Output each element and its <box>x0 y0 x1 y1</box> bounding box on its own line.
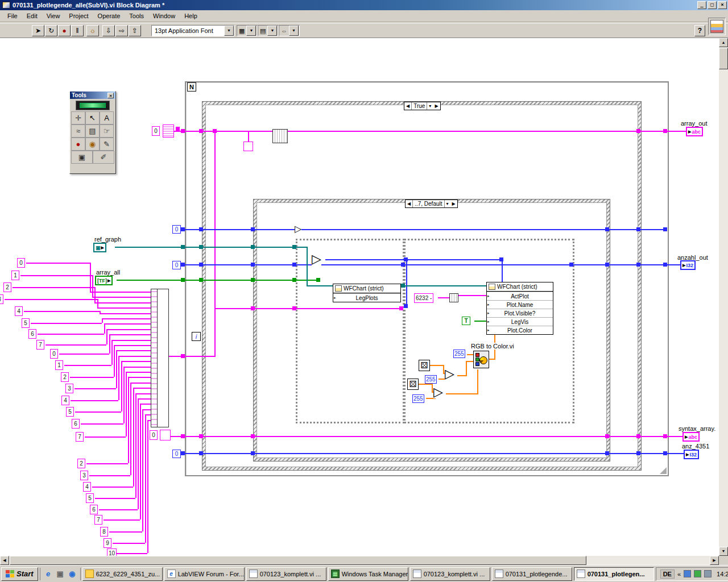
horizontal-scroll-thumb[interactable] <box>10 556 586 565</box>
menu-operate[interactable]: Operate <box>93 11 125 21</box>
string-constant[interactable]: 4 <box>83 482 91 492</box>
taskbar-button-task-manager[interactable]: ▦ Windows Task Manager <box>328 567 408 581</box>
loop-count-terminal[interactable]: N <box>187 82 196 92</box>
align-objects-dropdown[interactable]: ▦ ▼ <box>237 25 258 36</box>
tunnel[interactable] <box>181 245 185 249</box>
resize-objects-dropdown[interactable]: ⇔ ▼ <box>279 25 300 36</box>
color-tool[interactable]: ▣ <box>71 151 93 164</box>
build-array-node-icon[interactable] <box>272 129 288 143</box>
string-constant[interactable]: 4 <box>15 306 23 316</box>
tunnel[interactable] <box>181 451 185 455</box>
step-over-button[interactable]: ⇨ <box>115 25 128 36</box>
quicklaunch-internet-explorer-icon[interactable]: e <box>43 569 53 579</box>
object-menu-tool[interactable]: ▤ <box>85 124 100 138</box>
string-constant[interactable]: 6 <box>90 505 98 514</box>
string-constant[interactable]: 5 <box>66 407 74 417</box>
tunnel[interactable] <box>663 434 667 438</box>
property-node-plot[interactable]: WFChart (strict) ▸ActPlot ▸Plot.Name ▸Pl… <box>486 282 553 335</box>
string-constant[interactable]: 5 <box>86 493 94 503</box>
random-number-node[interactable]: ⚄ <box>419 360 430 371</box>
case-next-arrow-icon[interactable]: ▶ <box>433 102 440 110</box>
property-row-actplot[interactable]: ▸ActPlot <box>487 292 553 300</box>
string-constant-6232[interactable]: 6232 - <box>414 293 433 303</box>
tunnel[interactable] <box>181 278 185 282</box>
quicklaunch-show-desktop-icon[interactable]: ▣ <box>55 569 65 579</box>
string-constant[interactable]: 6 <box>72 419 80 429</box>
vertical-scrollbar[interactable]: ▲ ▼ <box>719 38 728 556</box>
tunnel[interactable] <box>605 227 609 231</box>
resize-dropdown-icon[interactable]: ▼ <box>289 26 299 36</box>
tunnel[interactable] <box>251 227 255 231</box>
run-continuous-button[interactable]: ↻ <box>45 25 57 36</box>
step-into-button[interactable]: ⇩ <box>102 25 115 36</box>
terminal-anz-4351[interactable]: ▶ I32 <box>684 450 699 459</box>
property-row-plot-visible[interactable]: ▸Plot.Visible? <box>487 309 553 317</box>
rgb-to-color-node[interactable] <box>473 351 489 368</box>
tunnel[interactable] <box>663 451 667 455</box>
terminal-syntax-array[interactable]: ▶ abc <box>682 432 700 442</box>
vi-icon[interactable] <box>708 18 726 35</box>
property-row-legplots[interactable]: ▸ LegPlots <box>333 293 400 302</box>
empty-string-constant[interactable] <box>160 430 171 440</box>
tray-volume-icon[interactable] <box>704 570 712 577</box>
align-dropdown-icon[interactable]: ▼ <box>246 26 256 36</box>
taskbar-button-folder[interactable]: 6232_6229_4351_zu... <box>82 567 163 581</box>
menu-view[interactable]: View <box>42 11 65 21</box>
tunnel[interactable] <box>399 306 403 310</box>
tunnel[interactable] <box>181 129 185 133</box>
tunnel[interactable] <box>199 245 203 249</box>
horizontal-scrollbar[interactable]: ◀ ▶ <box>0 556 719 565</box>
string-constant[interactable]: 7 <box>94 515 102 525</box>
tunnel[interactable] <box>251 245 255 249</box>
tunnel[interactable] <box>292 306 296 310</box>
font-selector-dropdown-icon[interactable]: ▼ <box>224 26 234 36</box>
tunnel[interactable] <box>499 257 503 261</box>
distribute-objects-dropdown[interactable]: ▤ ▼ <box>258 25 279 36</box>
tunnel[interactable] <box>663 227 667 231</box>
case-prev-arrow-icon[interactable]: ◀ <box>406 200 413 207</box>
edit-text-tool[interactable]: A <box>100 111 114 124</box>
numeric-constant-0[interactable]: 0 <box>172 261 181 269</box>
tunnel[interactable] <box>251 263 255 267</box>
taskbar-button-vi-active[interactable]: 070131_plotlegen... <box>574 567 654 581</box>
tunnel[interactable] <box>181 354 185 358</box>
tunnel[interactable] <box>251 434 255 438</box>
tunnel[interactable] <box>404 304 408 308</box>
tunnel[interactable] <box>401 263 405 267</box>
scroll-left-icon[interactable]: ◀ <box>0 556 9 565</box>
random-number-node[interactable]: ⚄ <box>407 379 419 390</box>
pause-button[interactable]: ‖ <box>71 25 84 36</box>
string-constant[interactable]: 8 <box>100 527 108 537</box>
terminal-anzahl-out[interactable]: ▶ I32 <box>680 260 696 270</box>
increment-node[interactable]: ▷ <box>312 253 321 265</box>
string-constant[interactable]: 3 <box>0 294 3 304</box>
tunnel[interactable] <box>292 263 296 267</box>
tools-palette-titlebar[interactable]: Tools × <box>70 92 115 99</box>
string-constant[interactable]: 2 <box>3 282 11 292</box>
boolean-true-constant[interactable]: T <box>462 317 470 325</box>
block-diagram-canvas[interactable]: N i ◀ True ▾ ▶ ◀ ..7, Default ▾ ▶ ref_gr… <box>0 38 719 556</box>
numeric-constant-255[interactable]: 255 <box>453 350 465 358</box>
case-prev-arrow-icon[interactable]: ◀ <box>404 102 412 110</box>
string-constant[interactable]: 2 <box>61 372 69 382</box>
menu-help[interactable]: Help <box>180 11 202 21</box>
tunnel[interactable] <box>636 263 640 267</box>
string-constant[interactable]: 3 <box>80 471 88 480</box>
terminal-array-out[interactable]: ▶ abc <box>686 127 703 136</box>
tunnel[interactable] <box>569 263 573 267</box>
tunnel[interactable] <box>199 278 203 282</box>
increment-node[interactable]: ▷ <box>295 225 301 234</box>
scroll-right-icon[interactable]: ▶ <box>710 556 719 565</box>
tray-antivirus-icon[interactable] <box>694 570 701 577</box>
breakpoint-tool[interactable]: ● <box>71 138 85 151</box>
terminal-array-all[interactable]: [TF] ▶ <box>95 276 113 285</box>
string-constant[interactable]: 9 <box>104 538 111 548</box>
tunnel[interactable] <box>605 451 609 455</box>
taskbar-button-labview-forum[interactable]: e LabVIEW Forum - For... <box>164 567 245 581</box>
minimize-button[interactable]: _ <box>697 1 706 9</box>
scroll-down-icon[interactable]: ▼ <box>719 547 728 556</box>
loop-resize-handle[interactable] <box>660 467 667 474</box>
scroll-up-icon[interactable]: ▲ <box>719 38 728 47</box>
tunnel[interactable] <box>316 278 320 282</box>
tunnel[interactable] <box>251 278 255 282</box>
